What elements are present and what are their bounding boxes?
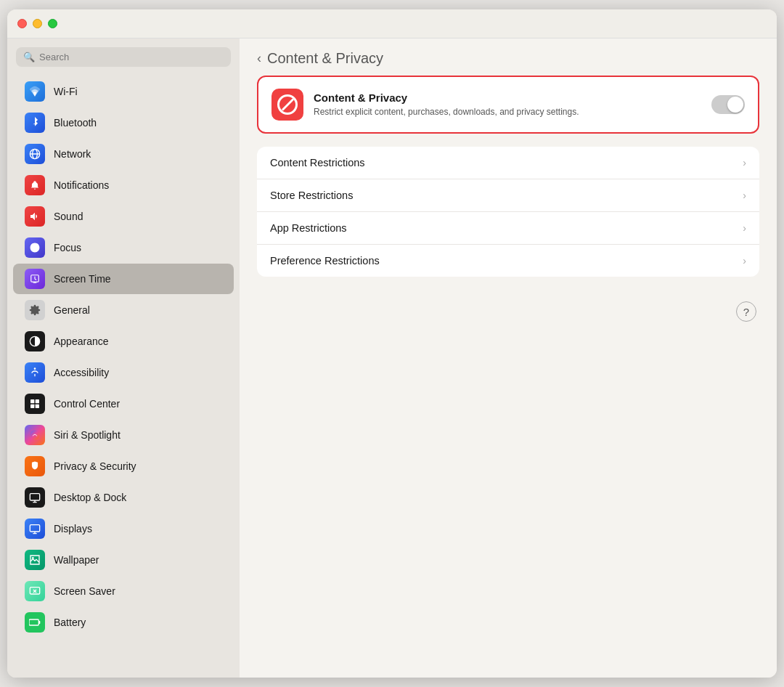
cp-card-title: Content & Privacy <box>314 92 701 104</box>
chevron-right-icon: › <box>743 190 746 201</box>
toggle-thumb <box>727 97 743 113</box>
svg-rect-18 <box>30 620 36 624</box>
sidebar-item-focus[interactable]: Focus <box>13 232 234 263</box>
panel-content: Content & Privacy Restrict explicit cont… <box>240 76 777 339</box>
help-button[interactable]: ? <box>736 301 756 322</box>
close-button[interactable] <box>17 19 27 28</box>
sidebar-item-label-controlcenter: Control Center <box>54 398 120 410</box>
sidebar-item-label-siri: Siri & Spotlight <box>54 429 121 441</box>
svg-rect-12 <box>30 494 39 500</box>
sidebar-item-label-accessibility: Accessibility <box>54 367 109 378</box>
restriction-label-preference: Preference Restrictions <box>270 255 380 267</box>
chevron-right-icon: › <box>743 157 746 168</box>
maximize-button[interactable] <box>48 19 57 28</box>
restriction-label-content: Content Restrictions <box>270 157 365 168</box>
screensaver-icon <box>25 581 45 601</box>
cp-text-area: Content & Privacy Restrict explicit cont… <box>314 92 701 118</box>
search-bar[interactable]: 🔍 <box>16 47 231 67</box>
sidebar-item-label-focus: Focus <box>54 242 81 253</box>
sidebar-item-wallpaper[interactable]: Wallpaper <box>13 545 234 575</box>
restriction-label-store: Store Restrictions <box>270 190 353 201</box>
sidebar-item-label-battery: Battery <box>54 617 86 628</box>
accessibility-icon <box>25 362 45 383</box>
search-input[interactable] <box>39 52 224 62</box>
desktop-icon <box>25 487 45 508</box>
sidebar-item-label-wifi: Wi-Fi <box>54 86 78 97</box>
sidebar-item-label-desktop: Desktop & Dock <box>54 492 126 503</box>
sidebar-item-controlcenter[interactable]: Control Center <box>13 389 234 419</box>
svg-point-14 <box>32 557 34 559</box>
sidebar-item-general[interactable]: General <box>13 295 234 325</box>
search-icon: 🔍 <box>23 52 35 62</box>
content-privacy-card: Content & Privacy Restrict explicit cont… <box>257 76 759 134</box>
sidebar-item-label-network: Network <box>54 148 91 160</box>
restriction-row-content[interactable]: Content Restrictions› <box>257 147 759 179</box>
sidebar-item-bluetooth[interactable]: Bluetooth <box>13 107 234 138</box>
svg-rect-17 <box>38 621 40 624</box>
focus-icon <box>25 237 45 258</box>
sidebar-item-label-screentime: Screen Time <box>54 273 111 285</box>
sidebar-item-sound[interactable]: Sound <box>13 201 234 232</box>
wifi-icon <box>25 81 45 102</box>
sidebar-item-label-appearance: Appearance <box>54 336 109 347</box>
panel-title: Content & Privacy <box>267 50 383 67</box>
sidebar-item-siri[interactable]: Siri & Spotlight <box>13 420 234 450</box>
main-window: 🔍 Wi-FiBluetoothNetworkNotificationsSoun… <box>7 9 777 678</box>
battery-icon <box>25 612 45 633</box>
sidebar-item-label-general: General <box>54 304 90 316</box>
svg-point-11 <box>30 430 39 439</box>
sidebar-item-desktop[interactable]: Desktop & Dock <box>13 482 234 513</box>
svg-rect-7 <box>30 399 34 403</box>
sidebar-item-label-notifications: Notifications <box>54 179 109 191</box>
siri-icon <box>25 425 45 445</box>
minimize-button[interactable] <box>33 19 42 28</box>
content-area: 🔍 Wi-FiBluetoothNetworkNotificationsSoun… <box>7 38 777 678</box>
svg-rect-13 <box>30 525 39 532</box>
sidebar-item-label-sound: Sound <box>54 211 83 222</box>
displays-icon <box>25 519 45 539</box>
sidebar-items-list: Wi-FiBluetoothNetworkNotificationsSoundF… <box>7 76 240 638</box>
sidebar-item-privacy[interactable]: Privacy & Security <box>13 451 234 481</box>
sidebar-item-label-wallpaper: Wallpaper <box>54 554 99 566</box>
restriction-row-preference[interactable]: Preference Restrictions› <box>257 245 759 277</box>
bluetooth-icon <box>25 113 45 133</box>
sidebar-item-screentime[interactable]: Screen Time <box>13 264 234 294</box>
wallpaper-icon <box>25 550 45 570</box>
sidebar-item-accessibility[interactable]: Accessibility <box>13 357 234 388</box>
appearance-icon <box>25 331 45 351</box>
sidebar-item-notifications[interactable]: Notifications <box>13 170 234 200</box>
sidebar-item-network[interactable]: Network <box>13 139 234 169</box>
sidebar-item-battery[interactable]: Battery <box>13 607 234 638</box>
sound-icon <box>25 206 45 227</box>
content-privacy-icon <box>271 89 303 121</box>
svg-rect-9 <box>30 405 34 408</box>
chevron-right-icon: › <box>743 255 746 267</box>
sidebar-item-displays[interactable]: Displays <box>13 513 234 544</box>
cp-card-description: Restrict explicit content, purchases, do… <box>314 106 701 118</box>
restrictions-list: Content Restrictions›Store Restrictions›… <box>257 147 759 277</box>
sidebar-item-screensaver[interactable]: Screen Saver <box>13 576 234 606</box>
sidebar: 🔍 Wi-FiBluetoothNetworkNotificationsSoun… <box>7 38 240 678</box>
chevron-right-icon: › <box>743 222 746 234</box>
panel-header: ‹ Content & Privacy <box>240 38 777 76</box>
main-panel: ‹ Content & Privacy Content & Privacy Re… <box>240 38 777 678</box>
svg-point-6 <box>34 367 36 370</box>
sidebar-item-label-screensaver: Screen Saver <box>54 585 115 597</box>
back-button[interactable]: ‹ <box>257 51 261 66</box>
controlcenter-icon <box>25 394 45 414</box>
privacy-icon <box>25 456 45 476</box>
titlebar <box>7 9 777 38</box>
notifications-icon <box>25 175 45 195</box>
restriction-row-store[interactable]: Store Restrictions› <box>257 179 759 212</box>
svg-rect-10 <box>36 405 39 408</box>
svg-rect-8 <box>36 399 39 403</box>
sidebar-item-label-bluetooth: Bluetooth <box>54 117 97 129</box>
restriction-row-app[interactable]: App Restrictions› <box>257 212 759 245</box>
screentime-icon <box>25 269 45 289</box>
no-entry-icon <box>277 94 298 115</box>
content-privacy-toggle[interactable] <box>711 95 745 114</box>
sidebar-item-wifi[interactable]: Wi-Fi <box>13 76 234 107</box>
sidebar-item-appearance[interactable]: Appearance <box>13 326 234 357</box>
sidebar-item-label-displays: Displays <box>54 523 92 534</box>
restriction-label-app: App Restrictions <box>270 222 347 234</box>
